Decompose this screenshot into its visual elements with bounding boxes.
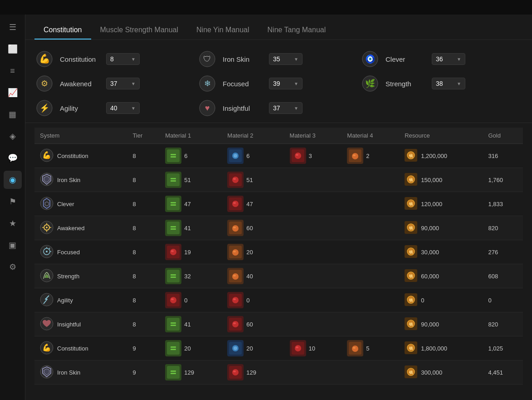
stat-group-1: 💪Constitution8▼⚙Awakened37▼⚡Agility40▼ (34, 49, 197, 118)
insightful-icon: ♥ (197, 98, 217, 118)
svg-point-109 (232, 297, 239, 303)
svg-point-139 (353, 347, 356, 349)
star-icon[interactable]: ★ (4, 214, 22, 232)
agility-icon: ⚡ (34, 98, 54, 118)
resource-cell: 钱0 (399, 288, 483, 312)
material-count: 51 (246, 177, 253, 183)
gold-cell: 4,451 (483, 360, 523, 385)
col-material-3: Material 3 (284, 128, 342, 144)
coin-icon: 钱 (405, 221, 417, 235)
export-icon[interactable]: ⬜ (4, 40, 22, 58)
material-cell: 20 (165, 340, 216, 356)
resource-value: 90,000 (421, 321, 439, 328)
material-1-cell: 47 (160, 192, 222, 216)
svg-text:⚡: ⚡ (39, 103, 50, 113)
gold-cell: 1,025 (483, 336, 523, 360)
tab-nine-tang-manual[interactable]: Nine Tang Manual (259, 21, 335, 40)
svg-text:钱: 钱 (409, 202, 413, 206)
svg-point-99 (233, 275, 236, 277)
resource-content: 钱120,000 (405, 197, 477, 211)
material-4-cell (342, 360, 399, 385)
material-1-cell: 20 (160, 336, 222, 360)
gold-cell: 0 (483, 288, 523, 312)
table-row: Strength83240钱60,000608 (34, 264, 523, 288)
gem-icon[interactable]: ◈ (4, 127, 22, 145)
stat-row-constitution: 💪Constitution8▼ (34, 49, 197, 69)
material-icon (165, 292, 181, 308)
svg-text:钱: 钱 (409, 274, 413, 278)
circle-icon[interactable]: ◉ (4, 171, 22, 189)
material-4-cell (342, 264, 399, 288)
svg-text:💪: 💪 (42, 343, 51, 352)
resource-cell: 钱1,200,000 (399, 144, 483, 168)
material-icon (227, 244, 244, 260)
material-count: 20 (246, 249, 253, 256)
titlebar (0, 0, 532, 15)
tier-cell: 8 (127, 264, 160, 288)
material-cell: 20 (227, 340, 278, 356)
stat-select-focused[interactable]: 39▼ (269, 78, 303, 89)
svg-point-152 (233, 370, 236, 372)
stat-select-awakened[interactable]: 37▼ (106, 78, 140, 89)
table-row: Agility800钱00 (34, 288, 523, 312)
stat-label-insightful: Insightful (223, 104, 264, 112)
stat-select-insightful[interactable]: 37▼ (269, 102, 303, 114)
svg-point-54 (232, 201, 239, 207)
svg-rect-148 (171, 370, 176, 372)
settings-icon[interactable]: ⚙ (4, 258, 22, 276)
tab-muscle-strength-manual[interactable]: Muscle Strength Manual (91, 21, 188, 40)
material-4-cell (342, 240, 399, 264)
menu-icon[interactable]: ☰ (4, 18, 22, 36)
gold-cell: 820 (483, 312, 523, 336)
trending-icon[interactable]: 📈 (4, 84, 22, 102)
material-4-cell (342, 192, 399, 216)
material-icon (227, 148, 244, 164)
material-cell: 20 (227, 244, 278, 260)
svg-point-98 (232, 273, 239, 280)
tier-cell: 8 (127, 192, 160, 216)
material-4-cell (342, 312, 399, 336)
stat-row-agility: ⚡Agility40▼ (34, 98, 197, 118)
material-cell: 0 (227, 292, 278, 308)
material-4-cell: 5 (342, 336, 399, 360)
material-count: 0 (246, 297, 249, 304)
resource-content: 钱90,000 (405, 317, 477, 331)
material-icon (165, 172, 181, 188)
tab-constitution[interactable]: Constitution (34, 21, 91, 40)
system-cell: Iron Skin (34, 360, 127, 385)
table-head: SystemTierMaterial 1Material 2Material 3… (34, 128, 523, 144)
stat-select-strength[interactable]: 38▼ (432, 78, 465, 89)
material-1-cell: 41 (160, 216, 222, 240)
bottom-chart-icon[interactable]: ▣ (4, 236, 22, 254)
resource-cell: 钱300,000 (399, 360, 483, 385)
tier-cell: 8 (127, 144, 160, 168)
table-section[interactable]: SystemTierMaterial 1Material 2Material 3… (25, 123, 532, 400)
svg-point-23 (234, 154, 237, 158)
system-name-cell: Insightful (40, 317, 122, 332)
table-row: 💪Constitution92020105钱1,800,0001,025 (34, 336, 523, 360)
resource-content: 钱90,000 (405, 221, 477, 235)
svg-point-151 (232, 369, 239, 375)
col-material-1: Material 1 (160, 128, 222, 144)
coin-icon: 钱 (405, 365, 417, 380)
stat-select-clever[interactable]: 36▼ (432, 53, 465, 65)
tab-bar: ConstitutionMuscle Strength ManualNine Y… (25, 15, 532, 40)
gold-cell: 276 (483, 240, 523, 264)
gold-cell: 820 (483, 216, 523, 240)
material-cell: 51 (227, 172, 278, 188)
svg-point-120 (232, 321, 239, 327)
svg-point-85 (171, 250, 174, 252)
flag-icon[interactable]: ⚑ (4, 193, 22, 211)
chart-icon[interactable]: ▦ (4, 105, 22, 123)
constitution-icon: 💪 (34, 49, 54, 69)
stat-select-agility[interactable]: 40▼ (106, 102, 140, 114)
svg-rect-19 (171, 154, 176, 155)
stat-select-iron-skin[interactable]: 35▼ (269, 53, 303, 65)
awakened-icon: ⚙ (34, 74, 54, 94)
overview-icon[interactable]: ≡ (4, 62, 22, 80)
stat-select-constitution[interactable]: 8▼ (106, 53, 140, 65)
material-count: 3 (309, 153, 312, 159)
tab-nine-yin-manual[interactable]: Nine Yin Manual (187, 21, 259, 40)
svg-rect-118 (171, 325, 176, 326)
chat-icon[interactable]: 💬 (4, 149, 22, 167)
